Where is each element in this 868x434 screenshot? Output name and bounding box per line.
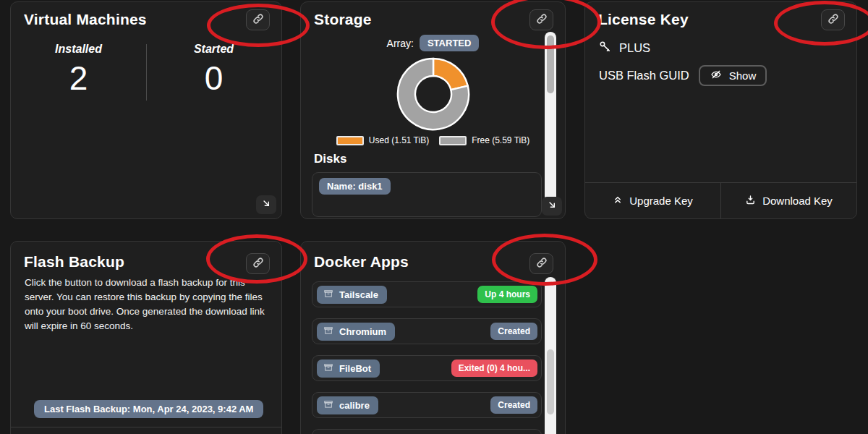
disk-row: Name: disk1: [312, 172, 542, 217]
legend-free-label: Free (5.59 TiB): [472, 135, 529, 145]
array-status-badge: STARTED: [420, 35, 479, 51]
download-icon: [745, 195, 756, 208]
arrow-down-right-icon: [547, 200, 558, 213]
link-icon: [252, 13, 264, 27]
array-label: Array:: [387, 38, 414, 49]
list-item: Tailscale Up 4 hours: [312, 281, 542, 307]
storage-link-button[interactable]: [529, 9, 553, 30]
docker-app-filebot[interactable]: FileBot: [317, 359, 380, 378]
vm-started-stat: Started 0: [146, 43, 281, 98]
legend-used-label: Used (1.51 TiB): [369, 135, 429, 145]
box-icon: [323, 399, 333, 412]
vm-installed-stat: Installed 2: [11, 43, 146, 98]
docker-apps-title: Docker Apps: [301, 242, 565, 271]
docker-app-name: Chromium: [339, 326, 386, 337]
docker-app-calibre[interactable]: calibre: [317, 396, 378, 414]
donut-legend: Used (1.51 TiB) Free (5.59 TiB): [301, 135, 565, 145]
disk-name-badge: Name: disk1: [319, 178, 391, 195]
docker-app-name: FileBot: [339, 363, 371, 374]
storage-title: Storage: [301, 2, 565, 28]
vm-link-button[interactable]: [246, 9, 270, 30]
box-icon: [323, 362, 333, 375]
legend-free-swatch: [439, 136, 467, 145]
docker-apps-card: Docker Apps Tailscale U: [300, 241, 566, 434]
dashboard: Virtual Machines Installed 2 Started 0: [0, 0, 868, 434]
license-footer: Upgrade Key Download Key: [585, 182, 856, 218]
link-icon: [536, 257, 548, 271]
status-badge: Created: [490, 323, 537, 340]
vm-stats: Installed 2 Started 0: [11, 43, 281, 98]
vm-started-value: 0: [146, 59, 281, 98]
flash-footer-divider: [11, 427, 281, 427]
vm-started-label: Started: [146, 43, 281, 56]
eye-slash-icon: [710, 69, 723, 82]
virtual-machines-title: Virtual Machines: [11, 2, 281, 28]
download-key-label: Download Key: [762, 195, 833, 207]
docker-scrollbar[interactable]: [545, 277, 556, 434]
flash-backup-description: Click the button to download a flash bac…: [25, 276, 268, 333]
docker-app-list: Tailscale Up 4 hours Chromium Created: [312, 281, 542, 434]
status-badge: Created: [490, 396, 537, 414]
docker-app-chromium[interactable]: Chromium: [317, 323, 395, 341]
status-badge: Exited (0) 4 hou...: [451, 359, 537, 377]
legend-item-free: Free (5.59 TiB): [439, 135, 529, 145]
link-icon: [252, 257, 264, 271]
guid-line: USB Flash GUID Show: [599, 65, 856, 86]
storage-card: Storage Array: STARTED Used (1.51 TiB): [300, 1, 566, 219]
license-plan: PLUS: [619, 41, 650, 55]
flash-link-button[interactable]: [246, 253, 270, 274]
storage-scrollbar[interactable]: [545, 32, 556, 213]
vm-resize-handle[interactable]: [256, 195, 276, 214]
key-icon: [599, 41, 611, 56]
docker-link-button[interactable]: [529, 253, 553, 274]
virtual-machines-card: Virtual Machines Installed 2 Started 0: [10, 1, 282, 219]
legend-used-swatch: [336, 136, 364, 145]
list-item: FileBot Exited (0) 4 hou...: [312, 355, 542, 381]
upgrade-key-button[interactable]: Upgrade Key: [585, 183, 720, 218]
docker-scrollbar-thumb[interactable]: [547, 349, 554, 414]
license-key-title: License Key: [585, 2, 856, 28]
show-guid-button[interactable]: Show: [699, 65, 767, 86]
donut-used-slice: [433, 59, 468, 90]
docker-app-tailscale[interactable]: Tailscale: [317, 286, 387, 304]
storage-resize-handle[interactable]: [542, 197, 562, 216]
flash-backup-title: Flash Backup: [11, 242, 281, 271]
link-icon: [827, 13, 839, 27]
legend-item-used: Used (1.51 TiB): [336, 135, 429, 145]
upgrade-key-label: Upgrade Key: [629, 195, 693, 207]
vm-installed-label: Installed: [11, 43, 146, 56]
box-icon: [323, 326, 333, 338]
list-item: calibre Created: [312, 392, 542, 418]
license-plan-line: PLUS: [599, 41, 856, 56]
angles-up-icon: [613, 195, 623, 207]
license-key-card: License Key PLUS USB Flash GUID: [584, 1, 857, 219]
download-key-button[interactable]: Download Key: [720, 183, 856, 218]
show-guid-label: Show: [729, 69, 757, 82]
disks-heading: Disks: [314, 152, 565, 166]
box-icon: [323, 289, 333, 301]
license-link-button[interactable]: [821, 9, 845, 30]
arrow-down-right-icon: [261, 198, 272, 212]
flash-backup-card: Flash Backup Click the button to downloa…: [10, 241, 282, 434]
vm-installed-value: 2: [11, 59, 146, 98]
docker-app-name: calibre: [339, 400, 370, 411]
guid-label: USB Flash GUID: [599, 69, 689, 82]
last-flash-backup-badge: Last Flash Backup: Mon, Apr 24, 2023, 9:…: [34, 400, 263, 418]
docker-app-name: Tailscale: [339, 289, 378, 300]
list-item-partial: [312, 429, 542, 434]
list-item: Chromium Created: [312, 318, 542, 344]
storage-scrollbar-thumb[interactable]: [547, 35, 554, 93]
status-badge: Up 4 hours: [477, 286, 537, 303]
storage-donut-chart: [394, 55, 472, 133]
vm-stats-divider: [146, 44, 147, 101]
link-icon: [536, 13, 548, 27]
array-status-line: Array: STARTED: [301, 35, 565, 51]
